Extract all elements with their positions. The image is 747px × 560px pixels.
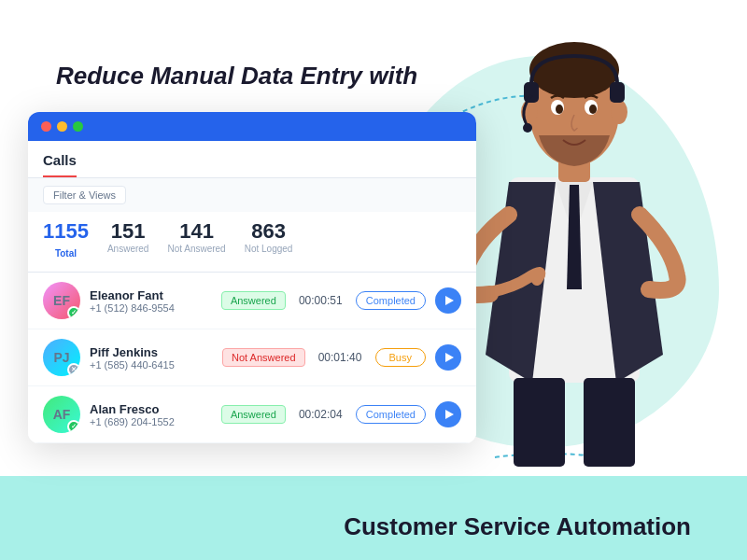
call-status-badge: Busy — [375, 348, 426, 367]
play-button[interactable] — [435, 287, 461, 314]
contact-phone: +1 (512) 846-9554 — [90, 302, 212, 314]
filter-bar: Filter & Views — [28, 178, 476, 212]
stat-total-number: 1155 — [43, 219, 89, 244]
calls-title: Calls — [43, 152, 77, 177]
headline: Reduce Manual Data Entry with — [56, 61, 417, 92]
stat-total: 1155 Total — [43, 219, 107, 260]
status-badge-answered: Answered — [221, 405, 286, 424]
svg-point-8 — [529, 42, 619, 98]
contact-name: Eleanor Fant — [90, 288, 212, 302]
status-badge-answered: Answered — [221, 291, 286, 310]
stat-not-answered: 141 Not Answered — [167, 219, 244, 260]
avatar: PJ ✕ — [43, 339, 80, 376]
stat-answered-label: Answered — [107, 244, 148, 254]
avatar: EF ✓ — [43, 282, 80, 319]
svg-point-17 — [523, 123, 532, 133]
call-status-badge: Completed — [356, 405, 426, 424]
contact-name: Piff Jenkins — [90, 345, 213, 359]
contact-row: EF ✓ Eleanor Fant +1 (512) 846-9554 Answ… — [28, 273, 476, 329]
window-titlebar — [28, 112, 476, 141]
svg-rect-18 — [514, 378, 565, 467]
person-figure — [434, 28, 714, 476]
stat-not-logged-number: 863 — [245, 219, 293, 244]
contact-list: EF ✓ Eleanor Fant +1 (512) 846-9554 Answ… — [28, 273, 476, 443]
stat-total-label: Total — [55, 248, 77, 259]
contact-phone: +1 (689) 204-1552 — [90, 416, 212, 427]
stat-answered-number: 151 — [107, 219, 148, 244]
svg-point-14 — [589, 105, 597, 114]
play-icon — [445, 353, 454, 362]
status-badge-not-answered: Not Answered — [222, 348, 304, 367]
svg-rect-16 — [610, 82, 625, 103]
titlebar-dot-yellow — [57, 121, 67, 132]
window-header: Calls — [28, 141, 476, 178]
call-duration: 00:01:40 — [315, 351, 366, 364]
stat-not-answered-number: 141 — [167, 219, 225, 244]
play-icon — [445, 296, 454, 305]
play-icon — [445, 410, 454, 419]
contact-row: AF ✓ Alan Fresco +1 (689) 204-1552 Answe… — [28, 386, 476, 443]
call-duration: 00:02:04 — [295, 408, 346, 421]
avatar-badge: ✕ — [67, 363, 80, 376]
stats-row: 1155 Total 151 Answered 141 Not Answered… — [28, 212, 476, 273]
call-status-badge: Completed — [356, 291, 426, 310]
avatar-badge: ✓ — [67, 420, 80, 433]
svg-rect-15 — [524, 82, 539, 103]
call-duration: 00:00:51 — [295, 294, 346, 307]
stat-answered: 151 Answered — [107, 219, 167, 260]
bottom-label: Customer Service Automation — [344, 512, 691, 541]
contact-info: Alan Fresco +1 (689) 204-1552 — [90, 402, 212, 427]
avatar: AF ✓ — [43, 396, 80, 433]
stat-not-answered-label: Not Answered — [167, 244, 225, 254]
contact-phone: +1 (585) 440-6415 — [90, 359, 213, 371]
stat-not-logged-label: Not Logged — [245, 244, 293, 254]
titlebar-dot-red — [41, 121, 51, 132]
contact-name: Alan Fresco — [90, 402, 212, 416]
svg-point-10 — [611, 100, 627, 124]
svg-rect-19 — [584, 378, 635, 467]
svg-point-13 — [556, 105, 563, 114]
contact-info: Piff Jenkins +1 (585) 440-6415 — [90, 345, 213, 371]
play-button[interactable] — [435, 344, 461, 371]
window-body: Calls Filter & Views 1155 Total 151 Answ… — [28, 141, 476, 443]
contact-row: PJ ✕ Piff Jenkins +1 (585) 440-6415 Not … — [28, 329, 476, 386]
crm-window: Calls Filter & Views 1155 Total 151 Answ… — [28, 112, 476, 443]
titlebar-dot-green — [73, 121, 83, 132]
stat-not-logged: 863 Not Logged — [245, 219, 312, 260]
play-button[interactable] — [435, 401, 461, 427]
avatar-badge: ✓ — [67, 306, 80, 319]
contact-info: Eleanor Fant +1 (512) 846-9554 — [90, 288, 212, 314]
filter-views-button[interactable]: Filter & Views — [43, 186, 126, 204]
